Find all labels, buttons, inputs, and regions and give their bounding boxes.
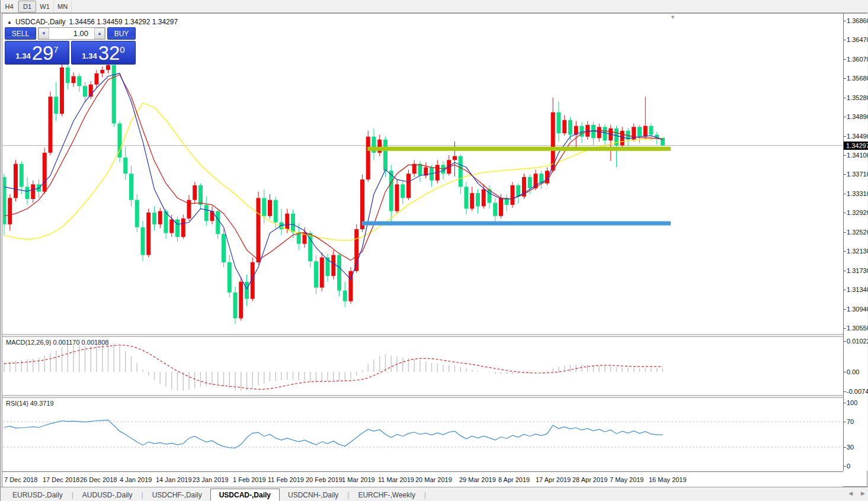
date-tick-label: 26 Dec 2018 [80, 476, 117, 483]
macd-label: MACD(12,26,9) 0.001170 0.001808 [6, 339, 108, 346]
buy-price-sup: 0 [120, 44, 124, 54]
price-tick-label: 1.33310 [847, 190, 868, 197]
sell-price-big: 29 [32, 44, 54, 62]
tab-eurchf[interactable]: EURCHF-,Weekly [350, 489, 423, 501]
price-tick-label: 1.35680 [847, 75, 868, 82]
tab-scroll-left-icon[interactable]: ◀ [848, 490, 853, 496]
macd-canvas [3, 337, 843, 395]
price-tick-mark [844, 232, 846, 233]
date-tick-label: 4 Jan 2019 [120, 476, 152, 483]
timeframe-button-d1[interactable]: D1 [18, 1, 36, 12]
buy-price-big: 32 [98, 44, 120, 62]
price-tick-mark [844, 117, 846, 117]
tab-separator: | [72, 491, 73, 499]
down-arrow-icon: ▼ [41, 31, 46, 36]
date-tick-label: 14 Jan 2019 [156, 476, 192, 483]
date-tick-label: 17 Dec 2018 [43, 476, 79, 483]
timeframe-button-mn[interactable]: MN [54, 1, 72, 12]
price-tick-mark [844, 59, 846, 60]
date-tick-label: 20 Feb 2019 [306, 476, 342, 483]
one-click-trade-panel: SELL ▼ ▲ BUY 1.34 29 7 [5, 27, 136, 65]
chart-symbol-label: USDCAD-,Daily [15, 18, 66, 26]
volume-decrease-button[interactable]: ▼ [39, 28, 49, 39]
main-price-chart[interactable]: ▲ USDCAD-,Daily 1.34456 1.34459 1.34292 … [3, 14, 843, 334]
price-tick-label: 1.34490 [847, 133, 868, 140]
sell-price-sup: 7 [53, 44, 58, 54]
tab-eurusd[interactable]: EURUSD-,Daily [4, 489, 71, 501]
price-tick-label: 1.35280 [847, 94, 868, 101]
date-axis[interactable]: 7 Dec 201817 Dec 201826 Dec 20184 Jan 20… [2, 471, 843, 487]
macd-indicator-panel[interactable]: MACD(12,26,9) 0.001170 0.001808 [3, 337, 843, 395]
price-tick-mark [844, 403, 846, 403]
rsi-scale-label: 0 [847, 463, 850, 470]
macd-scale-top: 0.010229 [847, 338, 868, 345]
price-tick-mark [844, 372, 846, 372]
price-tick-mark [844, 422, 846, 422]
volume-stepper: ▼ ▲ [38, 27, 105, 40]
triangle-up-icon: ▲ [7, 20, 12, 25]
rsi-scale-label: 70 [847, 418, 854, 425]
price-tick-mark [844, 78, 846, 79]
date-tick-label: 17 Apr 2019 [536, 476, 571, 483]
tab-scroll-right-icon[interactable]: ▶ [861, 490, 865, 496]
tab-separator: | [347, 491, 349, 499]
price-tick-mark [844, 341, 846, 342]
date-tick-label: 7 Dec 2018 [4, 476, 37, 483]
up-arrow-icon: ▲ [97, 31, 102, 36]
price-tick-label: 1.32520 [847, 229, 868, 236]
price-tick-mark [844, 174, 846, 175]
price-tick-label: 1.36070 [847, 56, 868, 63]
price-tick-label: 1.31340 [847, 286, 868, 293]
date-tick-label: 8 Apr 2019 [498, 476, 530, 483]
timeframe-button-w1[interactable]: W1 [36, 1, 54, 12]
tab-audusd[interactable]: AUDUSD-,Daily [74, 489, 141, 501]
price-tick-mark [844, 391, 846, 392]
price-tick-mark [844, 271, 846, 271]
buy-price-base: 1.34 [82, 52, 97, 60]
date-tick-label: 23 Jan 2019 [193, 476, 229, 483]
rsi-label: RSI(14) 49.3719 [6, 400, 54, 407]
current-price-tag: 1.34297 [844, 142, 868, 150]
chart-shift-icon[interactable]: ▼ [670, 14, 675, 20]
date-tick-label: 16 May 2019 [649, 476, 687, 483]
sell-price-box[interactable]: 1.34 29 7 [5, 41, 69, 65]
date-tick-label: 20 Mar 2019 [415, 476, 452, 483]
price-tick-mark [844, 21, 846, 21]
price-tick-mark [844, 155, 846, 156]
date-tick-label: 1 Feb 2019 [233, 476, 266, 483]
price-tick-mark [844, 194, 846, 194]
rsi-scale-label: 100 [847, 399, 857, 406]
timeframe-button-h4[interactable]: H4 [1, 1, 18, 12]
buy-button[interactable]: BUY [107, 27, 136, 40]
price-tick-label: 1.32130 [847, 248, 868, 255]
sell-button[interactable]: SELL [5, 27, 36, 40]
price-axis[interactable]: 1.368601.364701.360701.356801.352801.348… [843, 14, 867, 471]
tab-usdcad[interactable]: USDCAD-,Daily [210, 489, 280, 501]
date-tick-label: 28 Apr 2019 [572, 476, 607, 483]
price-tick-mark [844, 447, 846, 448]
date-tick-label: 11 Feb 2019 [268, 476, 304, 483]
rsi-indicator-panel[interactable]: RSI(14) 49.3719 [3, 398, 843, 471]
volume-increase-button[interactable]: ▲ [94, 28, 105, 39]
chart-tab-bar: EURUSD-,Daily|AUDUSD-,Daily|USDCHF-,Dail… [1, 487, 868, 501]
sell-price-base: 1.34 [15, 52, 30, 60]
trading-platform-window: H4D1W1MN ▲ USDCAD-,Daily 1.34456 1.34459… [0, 0, 868, 501]
rsi-scale-label: 30 [847, 444, 854, 451]
price-tick-label: 1.30550 [847, 325, 868, 332]
price-tick-mark [844, 251, 846, 252]
tab-usdchf[interactable]: USDCHF-,Daily [144, 489, 210, 501]
tab-separator: | [142, 491, 143, 499]
buy-price-box[interactable]: 1.34 32 0 [71, 41, 136, 65]
timeframe-toolbar: H4D1W1MN [1, 0, 868, 13]
price-tick-mark [844, 466, 846, 467]
volume-input[interactable] [49, 28, 94, 39]
date-tick-label: 11 Mar 2019 [378, 476, 414, 483]
price-tick-mark [844, 40, 846, 40]
price-tick-label: 1.32920 [847, 209, 868, 216]
date-tick-label: 1 Mar 2019 [342, 476, 375, 483]
tab-usdcnh[interactable]: USDCNH-,Daily [280, 489, 347, 501]
rsi-canvas [3, 398, 843, 471]
price-tick-mark [844, 309, 846, 310]
chart-title: ▲ USDCAD-,Daily 1.34456 1.34459 1.34292 … [7, 18, 178, 26]
chart-ohlc-values: 1.34456 1.34459 1.34292 1.34297 [69, 18, 178, 26]
